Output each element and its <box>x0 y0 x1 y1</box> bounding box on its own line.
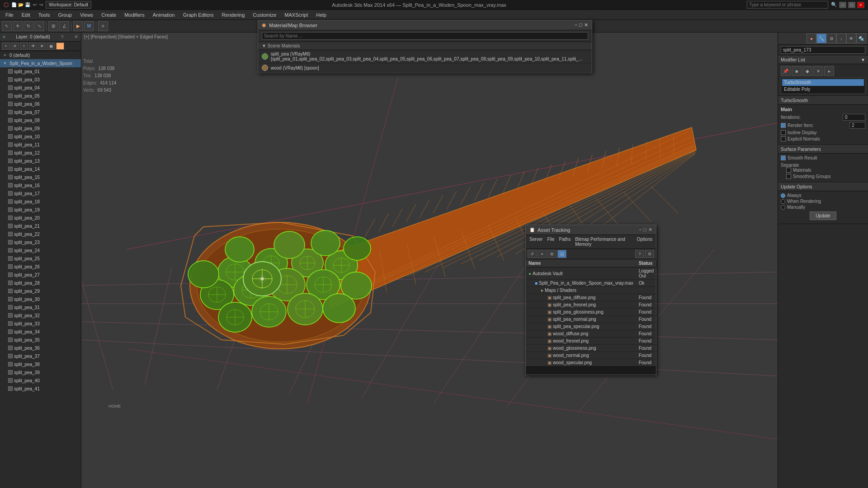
layer-item-pea10[interactable]: split_pea_10 <box>0 132 81 141</box>
create-tab[interactable]: ● <box>807 33 816 43</box>
close-button[interactable]: ✕ <box>857 2 864 8</box>
layer-item-pea34[interactable]: split_pea_34 <box>0 328 81 336</box>
redo-icon[interactable]: ↪ <box>39 2 43 7</box>
asset-row[interactable]: ▣split_pea_glossiness.pngFound <box>526 309 656 316</box>
layer-item-pea01[interactable]: split_pea_01 <box>0 67 81 75</box>
layer-item-pea37[interactable]: split_pea_37 <box>0 352 81 360</box>
snap-btn[interactable]: ⊞ <box>48 21 58 31</box>
layers-help-icon[interactable]: ? <box>61 34 63 40</box>
menu-edit[interactable]: Edit <box>18 11 34 19</box>
layer-item-pea23[interactable]: split_pea_23 <box>0 238 81 246</box>
menu-animation[interactable]: Animation <box>149 11 179 19</box>
layer-item-pea14[interactable]: split_pea_14 <box>0 165 81 173</box>
layer-item-pea21[interactable]: split_pea_21 <box>0 222 81 230</box>
layer-item-pea05[interactable]: split_pea_05 <box>0 92 81 100</box>
scale-btn[interactable]: ⤡ <box>34 21 44 31</box>
asset-btn-help[interactable]: ? <box>635 250 644 258</box>
make-unique-btn[interactable]: ◆ <box>802 66 812 76</box>
asset-row[interactable]: ▣split_pea_diffuse.pngFound <box>526 294 656 301</box>
layer-item-pea18[interactable]: split_pea_18 <box>0 197 81 206</box>
smooth-result-checkbox[interactable] <box>781 155 786 160</box>
asset-row[interactable]: ▣split_pea_fresnel.pngFound <box>526 301 656 309</box>
asset-row[interactable]: ▣wood_diffuse.pngFound <box>526 330 656 338</box>
layer-item-pea04[interactable]: split_pea_04 <box>0 84 81 92</box>
layer-delete-btn[interactable]: ✕ <box>11 42 19 50</box>
layer-item-pea38[interactable]: split_pea_38 <box>0 360 81 368</box>
menu-help[interactable]: Help <box>312 11 330 19</box>
asset-minimize-icon[interactable]: − <box>639 227 642 233</box>
layer-item-pea40[interactable]: split_pea_40 <box>0 376 81 385</box>
layer-render-btn[interactable]: ▣ <box>47 42 55 50</box>
mat-item-wood[interactable]: wood (VRayMtl) [spoon] <box>258 63 592 73</box>
open-icon[interactable]: 📂 <box>18 2 24 7</box>
utilities-tab[interactable]: 🔩 <box>856 33 866 43</box>
turbosmooth-header[interactable]: TurboSmooth <box>778 96 868 105</box>
asset-col-name[interactable]: Name <box>526 259 636 267</box>
always-radio[interactable] <box>781 193 785 198</box>
manually-radio[interactable] <box>781 205 785 210</box>
asset-btn-list[interactable]: ≡ <box>538 250 547 258</box>
menu-maxscript[interactable]: MAXScript <box>281 11 311 19</box>
layer-item-pea17[interactable]: split_pea_17 <box>0 189 81 197</box>
layer-item-pea07[interactable]: split_pea_07 <box>0 108 81 116</box>
layer-item-default[interactable]: ≡ 0 (default) <box>0 51 81 59</box>
layer-item-pea13[interactable]: split_pea_13 <box>0 157 81 165</box>
menu-rendering[interactable]: Rendering <box>218 11 249 19</box>
layer-item-pea39[interactable]: split_pea_39 <box>0 368 81 376</box>
layer-item-pea33[interactable]: split_pea_33 <box>0 319 81 328</box>
modify-tab[interactable]: 🔧 <box>816 33 826 43</box>
layer-item-pea12[interactable]: split_pea_12 <box>0 149 81 157</box>
layer-item-pea32[interactable]: split_pea_32 <box>0 311 81 319</box>
render-iters-input[interactable] <box>849 122 865 129</box>
asset-row[interactable]: ▣split_pea_normal.pngFound <box>526 316 656 323</box>
move-btn[interactable]: ✛ <box>13 21 23 31</box>
maximize-button[interactable]: □ <box>848 2 855 8</box>
search-input[interactable] <box>747 1 828 9</box>
layer-item-pea16[interactable]: split_pea_16 <box>0 181 81 189</box>
layer-item-pea22[interactable]: split_pea_22 <box>0 230 81 238</box>
search-icon[interactable]: 🔍 <box>831 2 837 8</box>
select-btn[interactable]: ↖ <box>2 21 12 31</box>
layer-item-pea19[interactable]: split_pea_19 <box>0 206 81 214</box>
mat-browser-close[interactable]: ✕ <box>584 22 588 28</box>
asset-row[interactable]: ▣wood_specular.pngFound <box>526 359 656 366</box>
mat-search-input[interactable] <box>262 32 588 40</box>
layer-item-pea41[interactable]: split_pea_41 <box>0 385 81 393</box>
rotate-btn[interactable]: ↻ <box>24 21 33 31</box>
layer-add-obj-btn[interactable]: + <box>20 42 28 50</box>
configure-btn[interactable]: ▸ <box>824 66 834 76</box>
explicit-normals-checkbox[interactable] <box>781 136 786 141</box>
layer-item-pea24[interactable]: split_pea_24 <box>0 246 81 254</box>
layer-color-btn[interactable] <box>56 42 64 50</box>
layer-item-pea30[interactable]: split_pea_30 <box>0 295 81 303</box>
angle-snap-btn[interactable]: ∠ <box>59 21 69 31</box>
layer-btn[interactable]: ≡ <box>98 21 108 31</box>
menu-create[interactable]: Create <box>98 11 120 19</box>
layer-item-pea11[interactable]: split_pea_11 <box>0 141 81 149</box>
mat-browser-maximize[interactable]: □ <box>579 22 582 28</box>
asset-row[interactable]: ■Split_Pea_in_a_Woden_Spoon_max_vray.max… <box>526 280 656 287</box>
layers-close-icon[interactable]: ✕ <box>74 34 78 40</box>
layer-item-pea29[interactable]: split_pea_29 <box>0 287 81 295</box>
new-icon[interactable]: 📄 <box>11 2 17 7</box>
smoothing-groups-checkbox[interactable] <box>786 174 791 179</box>
asset-btn-refresh[interactable]: ↺ <box>528 250 537 258</box>
layer-item-split-pea[interactable]: ▼ Split_Pea_in_a_Woden_Spoon <box>0 59 81 67</box>
asset-menu-paths[interactable]: Paths <box>557 236 573 248</box>
asset-row[interactable]: ●Autodesk VaultLogged Out <box>526 267 656 280</box>
asset-menu-bitmap[interactable]: Bitmap Performance and Memory <box>573 236 634 248</box>
surface-params-header[interactable]: Surface Parameters <box>778 145 868 154</box>
layer-item-pea20[interactable]: split_pea_20 <box>0 214 81 222</box>
iterations-input[interactable] <box>843 114 865 121</box>
scene-materials-header[interactable]: ▼ Scene Materials <box>258 42 592 50</box>
asset-btn-settings[interactable]: ⚙ <box>645 250 654 258</box>
menu-graph-editors[interactable]: Graph Editors <box>179 11 217 19</box>
layer-item-pea26[interactable]: split_pea_26 <box>0 263 81 271</box>
menu-views[interactable]: Views <box>76 11 97 19</box>
layer-item-pea15[interactable]: split_pea_15 <box>0 173 81 181</box>
menu-tools[interactable]: Tools <box>35 11 54 19</box>
update-button[interactable]: Update <box>810 211 836 220</box>
render-iters-checkbox[interactable] <box>781 123 786 128</box>
remove-modifier-btn[interactable]: ✕ <box>813 66 823 76</box>
render-btn[interactable]: ▶ <box>73 21 83 31</box>
